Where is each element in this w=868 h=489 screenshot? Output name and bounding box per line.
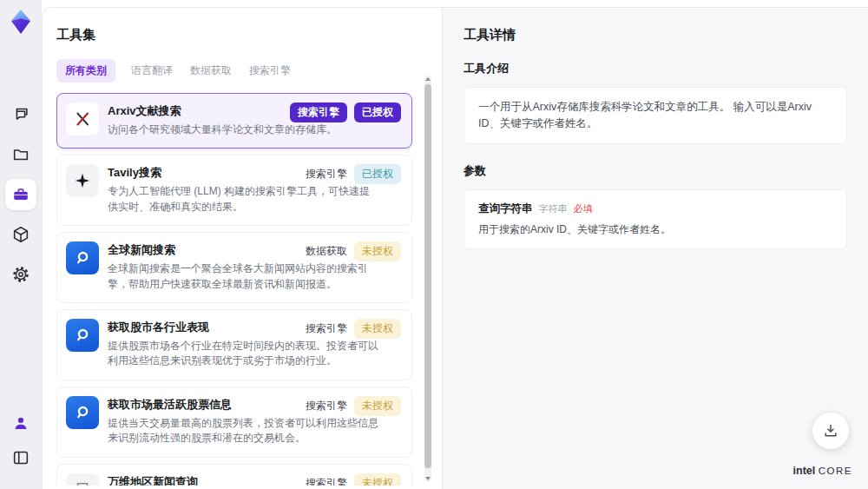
tool-badges: 搜索引擎 已授权 <box>306 164 401 184</box>
tool-list-section: 工具集 所有类别 语言翻译 数据获取 搜索引擎 <box>43 8 442 489</box>
tavily-star-icon <box>73 171 92 190</box>
tool-badges: 搜索引擎 未授权 <box>306 396 401 416</box>
brand-core: core <box>819 466 852 476</box>
app-logo-icon <box>9 9 33 38</box>
tool-description: 访问各个研究领域大量科学论文和文章的存储库。 <box>108 122 378 137</box>
category-tab[interactable]: 数据获取 <box>188 59 233 83</box>
tool-auth-badge: 未授权 <box>354 241 401 261</box>
chat-nav-icon[interactable] <box>5 99 36 130</box>
tool-category-badge: 搜索引擎 <box>290 102 347 122</box>
tool-logo-icon <box>66 164 99 197</box>
tool-description: 提供股票市场各个行业在特定时间段内的表现。投资者可以利用这些信息来识别表现优于或… <box>108 339 378 369</box>
tool-category-badge: 数据获取 <box>306 241 347 261</box>
app-window: 工具集 所有类别 语言翻译 数据获取 搜索引擎 <box>0 0 868 489</box>
param-required-flag: 必填 <box>574 202 593 215</box>
tool-logo-icon <box>66 473 99 486</box>
tool-logo-icon <box>66 241 99 274</box>
intro-section-title: 工具介绍 <box>464 61 847 76</box>
page-title: 工具集 <box>56 27 412 43</box>
intel-core-logo: intel core <box>793 465 852 477</box>
param-name: 查询字符串 <box>478 202 533 216</box>
category-tabs: 所有类别 语言翻译 数据获取 搜索引擎 <box>56 59 412 83</box>
tool-auth-badge: 已授权 <box>354 164 401 184</box>
category-tab[interactable]: 所有类别 <box>56 59 115 83</box>
intro-box: 一个用于从Arxiv存储库搜索科学论文和文章的工具。 输入可以是Arxiv ID… <box>464 87 847 144</box>
scrollbar-thumb[interactable] <box>424 84 431 468</box>
tool-category-badge: 搜索引擎 <box>306 396 347 416</box>
tool-description: 专为人工智能代理 (LLM) 构建的搜索引擎工具，可快速提供实时、准确和真实的结… <box>108 184 378 215</box>
brand-intel: intel <box>793 465 816 477</box>
tool-card[interactable]: Arxiv文献搜索 访问各个研究领域大量科学论文和文章的存储库。 搜索引擎 已授… <box>56 93 412 149</box>
tool-category-badge: 搜索引擎 <box>306 164 347 184</box>
folder-nav-icon[interactable] <box>5 139 36 170</box>
tool-detail-section: 工具详情 工具介绍 一个用于从Arxiv存储库搜索科学论文和文章的工具。 输入可… <box>442 8 868 489</box>
tool-auth-badge: 未授权 <box>354 319 401 339</box>
tool-category-badge: 搜索引擎 <box>306 319 347 339</box>
tool-auth-badge: 已授权 <box>354 102 401 122</box>
tool-badges: 数据获取 未授权 <box>306 241 401 261</box>
tool-logo-icon <box>66 102 99 135</box>
main-panel: 工具集 所有类别 语言翻译 数据获取 搜索引擎 <box>42 7 868 489</box>
download-icon <box>822 422 839 439</box>
param-type: 字符串 <box>539 202 568 215</box>
tool-badges: 搜索引擎 未授权 <box>306 473 401 486</box>
param-header: 查询字符串 字符串 必填 <box>478 202 832 216</box>
nav-rail <box>0 0 42 489</box>
tool-description: 提供当天交易量最高的股票列表，投资者可以利用这些信息来识别流动性强的股票和潜在的… <box>108 416 378 446</box>
tool-badges: 搜索引擎 已授权 <box>290 102 401 122</box>
tool-list: Arxiv文献搜索 访问各个研究领域大量科学论文和文章的存储库。 搜索引擎 已授… <box>56 93 412 486</box>
tool-logo-icon <box>66 319 99 352</box>
download-button[interactable] <box>812 413 849 449</box>
detail-title: 工具详情 <box>464 27 847 43</box>
category-tab[interactable]: 搜索引擎 <box>247 59 293 83</box>
tool-description: 全球新闻搜索是一个聚合全球各大新闻网站内容的搜索引擎，帮助用户快速获取全球最新资… <box>108 261 378 292</box>
params-section-title: 参数 <box>464 163 847 179</box>
tool-card[interactable]: 获取股市各行业表现 提供股票市场各个行业在特定时间段内的表现。投资者可以利用这些… <box>56 309 412 380</box>
panel-toggle-icon[interactable] <box>5 442 36 473</box>
arxiv-icon <box>73 109 92 129</box>
tool-card[interactable]: 全球新闻搜索 全球新闻搜索是一个聚合全球各大新闻网站内容的搜索引擎，帮助用户快速… <box>56 232 412 303</box>
tool-auth-badge: 未授权 <box>354 396 401 416</box>
toolbox-nav-icon[interactable] <box>5 179 36 210</box>
tool-intro-text: 一个用于从Arxiv存储库搜索科学论文和文章的工具。 输入可以是Arxiv ID… <box>478 99 832 132</box>
tool-card[interactable]: 获取市场最活跃股票信息 提供当天交易量最高的股票列表，投资者可以利用这些信息来识… <box>56 387 412 458</box>
user-avatar-icon[interactable] <box>5 407 36 439</box>
tool-badges: 搜索引擎 未授权 <box>306 319 401 339</box>
tool-category-badge: 搜索引擎 <box>306 473 347 486</box>
param-description: 用于搜索的Arxiv ID、关键字或作者姓名。 <box>478 222 832 237</box>
scroll-up-icon[interactable] <box>425 77 431 81</box>
tool-auth-badge: 未授权 <box>354 473 401 486</box>
param-box: 查询字符串 字符串 必填 用于搜索的Arxiv ID、关键字或作者姓名。 <box>464 189 847 249</box>
settings-gear-icon[interactable] <box>5 259 36 290</box>
cube-nav-icon[interactable] <box>5 219 36 250</box>
tool-logo-icon <box>66 396 99 429</box>
tool-card[interactable]: Tavily搜索 专为人工智能代理 (LLM) 构建的搜索引擎工具，可快速提供实… <box>56 155 412 226</box>
newspaper-icon <box>73 480 92 486</box>
tool-card[interactable]: 万维地区新闻查询 查询具体行政区划内的新闻，快速了解各地新闻动 搜索引擎 未授权 <box>56 464 412 486</box>
scroll-down-icon[interactable] <box>425 477 431 480</box>
list-scrollbar[interactable] <box>424 76 431 482</box>
news-search-icon <box>73 326 92 345</box>
news-search-icon <box>73 403 92 422</box>
category-tab[interactable]: 语言翻译 <box>129 59 174 83</box>
news-search-icon <box>73 248 92 268</box>
